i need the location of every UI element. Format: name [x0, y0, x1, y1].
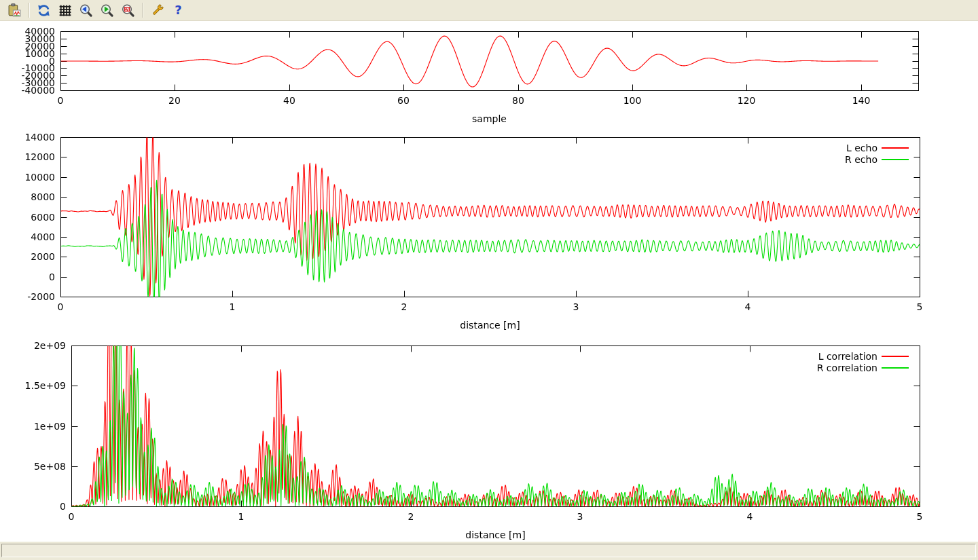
zoom-next-button[interactable] [98, 1, 116, 19]
gnuplot-window: ? 020406080100120140-40000-30000-20000-1… [0, 0, 978, 560]
replot-icon [37, 3, 51, 18]
autoscale-button[interactable] [119, 1, 137, 19]
help-button[interactable]: ? [169, 1, 187, 19]
config-icon [150, 3, 164, 18]
zoom-previous-icon [79, 3, 93, 18]
autoscale-icon [121, 3, 135, 18]
replot-button[interactable] [35, 1, 53, 19]
help-icon: ? [175, 4, 181, 16]
copy-to-clipboard-button[interactable] [5, 1, 24, 19]
zoom-previous-button[interactable] [77, 1, 95, 19]
copy-to-clipboard-icon [7, 3, 22, 18]
toolbar-separator [29, 3, 30, 18]
config-button[interactable] [148, 1, 166, 19]
plot-canvas-area[interactable]: 020406080100120140-40000-30000-20000-100… [0, 21, 978, 542]
zoom-next-icon [100, 3, 114, 18]
toolbar-separator [142, 3, 143, 18]
status-message-field [1, 544, 976, 557]
grid-button[interactable] [56, 1, 74, 19]
grid-icon [58, 3, 72, 18]
plot-canvas[interactable] [0, 21, 978, 542]
status-bar [0, 542, 978, 560]
toolbar: ? [0, 0, 978, 21]
